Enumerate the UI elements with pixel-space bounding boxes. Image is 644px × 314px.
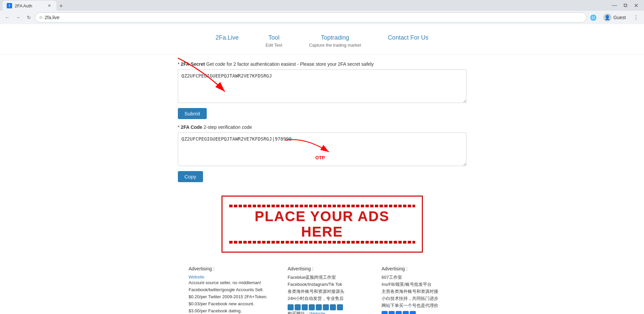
dot3 <box>302 304 308 310</box>
footer-col-2: Advertising : Faceblue蓝脸跨境工作室 Facebook/I… <box>288 266 361 314</box>
footer-col2-line3: 各类海外账号和资源对接源头 <box>288 288 361 295</box>
nav-contact-title: Contact For Us <box>388 34 429 41</box>
col3-dot1 <box>382 311 388 314</box>
submit-button[interactable]: Submit <box>178 108 207 119</box>
dot8 <box>337 304 343 310</box>
profile-label: Guest <box>613 15 626 20</box>
address-bar-row: ← → ↻ ⊙ 2fa.live 🌐 👤 Guest ⋮ <box>0 11 644 24</box>
col3-dot3 <box>396 311 402 314</box>
page-content: 2Fa.Live Tool Edit Text Toptrading Captu… <box>0 24 644 314</box>
ads-text-line1: PLACE YOUR ADS HERE <box>229 209 415 240</box>
footer-col2-line5: 购买网址：Website <box>288 310 361 314</box>
footer-col3-line3: Ins/FB/领英/账号批发平台 <box>382 281 455 288</box>
tab-bar: f 2FA Auth ✕ + — ⧉ ✕ <box>0 0 644 11</box>
secret-field-label: * 2FA Secret Get code for 2 factor authe… <box>178 61 466 67</box>
dot5 <box>316 304 322 310</box>
forward-button[interactable]: → <box>13 13 23 22</box>
tab-favicon: f <box>7 3 12 8</box>
footer-col3-line6: 网站下单买一个号也是代理价 <box>382 302 455 309</box>
secret-label-bold: 2FA Secret <box>181 61 205 67</box>
secret-label-text: Get code for 2 factor authentication eas… <box>205 61 374 67</box>
nav-tool-title: Tool <box>265 34 282 41</box>
nav-toptrading-subtitle: Capture the trading market <box>309 43 361 48</box>
nav-home-title: 2Fa.Live <box>215 34 239 41</box>
profile-avatar-icon: 👤 <box>603 13 611 21</box>
dot4 <box>309 304 315 310</box>
ads-border-top <box>229 205 415 207</box>
code-box-wrapper: QZ2UFCPEGIGUEEPQJTAWR2VE7KFDSRGJ|978990 … <box>178 133 466 167</box>
translate-button[interactable]: 🌐 <box>588 12 599 23</box>
footer-col3-line5: 小白技术扶持，共同拓门进步 <box>382 295 455 302</box>
browser-right-controls: 🌐 👤 Guest ⋮ <box>588 12 641 23</box>
dot7 <box>330 304 336 310</box>
back-button[interactable]: ← <box>3 13 12 22</box>
footer-col1-title: Advertising : <box>189 266 267 271</box>
close-tab-button[interactable]: ✕ <box>46 3 52 9</box>
nav-item-toptrading[interactable]: Toptrading Capture the trading market <box>309 34 361 48</box>
col3-dot4 <box>403 311 409 314</box>
footer-col3-line4: 主营各类海外账号和资源对接 <box>382 288 455 295</box>
code-textarea[interactable]: QZ2UFCPEGIGUEEPQJTAWR2VE7KFDSRGJ|978990 <box>178 133 466 166</box>
navigation-bar: 2Fa.Live Tool Edit Text Toptrading Captu… <box>0 31 644 55</box>
footer-col1-link[interactable]: Website <box>189 274 204 279</box>
active-tab[interactable]: f 2FA Auth ✕ <box>3 1 56 11</box>
nav-tool-subtitle: Edit Text <box>265 43 282 48</box>
code-field-label: * 2FA Code 2-step verification code <box>178 124 466 130</box>
new-tab-button[interactable]: + <box>56 1 66 11</box>
minimize-button[interactable]: — <box>609 0 620 11</box>
address-text: 2fa.live <box>45 15 59 20</box>
footer-col1-line1: Account source seller, no middleman! <box>189 279 267 286</box>
col3-dot2 <box>389 311 395 314</box>
nav-item-tool[interactable]: Tool Edit Text <box>265 34 282 48</box>
profile-button[interactable]: 👤 Guest <box>600 12 629 23</box>
ads-banner: PLACE YOUR ADS HERE <box>221 196 423 253</box>
footer-col1-line3: $0.20/per Twitter 2009-2015 2FA+Token. <box>189 294 267 301</box>
nav-item-contact[interactable]: Contact For Us <box>388 34 429 48</box>
dot2 <box>295 304 301 310</box>
restore-button[interactable]: ⧉ <box>620 0 631 11</box>
footer-col3-line1: 607工作室 <box>382 274 455 281</box>
footer-col2-line4: 24H小时自动发货，专业售后 <box>288 295 361 302</box>
code-label-text: 2-step verification code <box>202 124 252 130</box>
browser-chrome: f 2FA Auth ✕ + — ⧉ ✕ ← → ↻ ⊙ 2fa.live 🌐 … <box>0 0 644 24</box>
dot1 <box>288 304 294 310</box>
footer-col3-dots <box>382 311 455 314</box>
footer-col1-line5: $3.00/per Facebook dating. <box>189 308 267 314</box>
footer-col2-dots <box>288 304 361 310</box>
footer-col-1: Advertising : Website Account source sel… <box>189 266 267 314</box>
reload-button[interactable]: ↻ <box>24 13 34 22</box>
footer-col1-line2: Facebook/twitter/google Accounts Sell. <box>189 286 267 294</box>
secure-icon: ⊙ <box>39 15 43 20</box>
nav-toptrading-title: Toptrading <box>309 34 361 41</box>
footer-col2-website-link[interactable]: Website <box>309 311 325 314</box>
copy-button[interactable]: Copy <box>178 171 203 182</box>
more-button[interactable]: ⋮ <box>631 12 641 23</box>
ads-border-bottom <box>229 241 415 244</box>
footer-col3-title: Advertising : <box>382 266 455 271</box>
footer-col-3: Advertising : 607工作室 Ins/FB/领英/账号批发平台 主营… <box>382 266 455 314</box>
nav-item-home[interactable]: 2Fa.Live <box>215 34 239 48</box>
footer-col2-title: Advertising : <box>288 266 361 271</box>
footer-col2-line1: Faceblue蓝脸跨境工作室 <box>288 274 361 281</box>
footer-col1-line4: $0.03/per Facebook new account. <box>189 301 267 308</box>
tab-title: 2FA Auth <box>15 3 32 8</box>
footer-col2-line2: Facebook/Instagram/Tik Tok <box>288 281 361 288</box>
main-form-area: * 2FA Secret Get code for 2 factor authe… <box>171 55 473 189</box>
code-label-bold: 2FA Code <box>181 124 202 130</box>
dot6 <box>323 304 329 310</box>
close-window-button[interactable]: ✕ <box>631 0 641 11</box>
col3-dot5 <box>410 311 416 314</box>
address-bar[interactable]: ⊙ 2fa.live <box>35 12 587 22</box>
footer: Advertising : Website Account source sel… <box>0 259 644 314</box>
secret-textarea[interactable]: QZ2UFCPEGIGUEEPQJTAWR2VE7KFDSRGJ <box>178 69 466 103</box>
